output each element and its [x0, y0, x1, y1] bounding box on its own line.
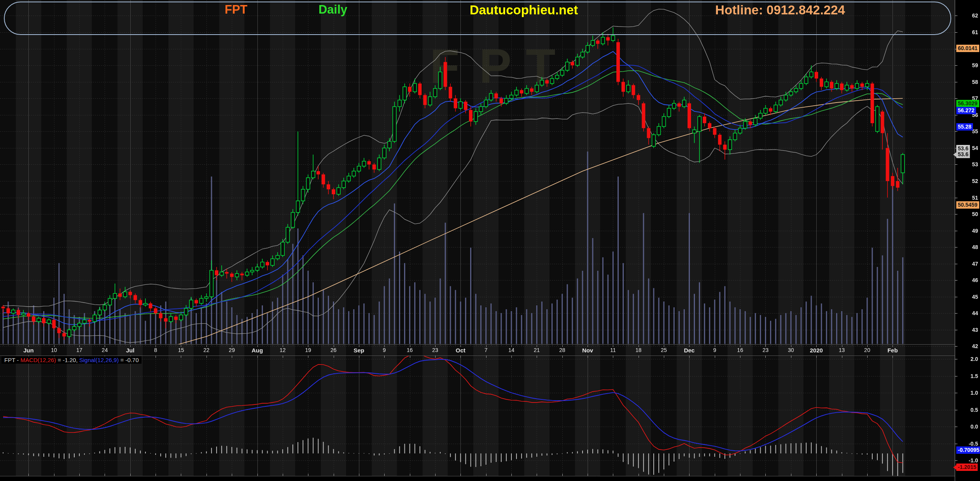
week-label: 18 — [635, 347, 642, 353]
price-tick-label: 48 — [955, 244, 978, 250]
week-label: 12 — [280, 347, 286, 353]
month-label: Jun — [23, 347, 34, 354]
week-label: 25 — [661, 347, 667, 353]
month-label: Jul — [126, 347, 135, 354]
timeframe-label: Daily — [318, 3, 347, 17]
week-label: 16 — [407, 347, 413, 353]
month-label: Nov — [582, 347, 593, 354]
ma-green-badge: 56.3029 — [956, 100, 979, 107]
last-price-badge: 53.6 — [956, 151, 970, 158]
macd-legend-part: FPT - — [4, 357, 20, 363]
trading-chart-screen: FPT Daily Dautucophieu.net Hotline: 0912… — [0, 0, 980, 481]
month-label: Aug — [252, 347, 263, 354]
week-label: 16 — [737, 347, 743, 353]
week-label: 11 — [610, 347, 616, 353]
week-label: 19 — [305, 347, 311, 353]
price-tick-label: 62 — [955, 12, 978, 19]
week-label: 28 — [559, 347, 565, 353]
week-label: 15 — [178, 347, 184, 353]
price-tick-label: 52 — [955, 178, 978, 184]
week-label: 24 — [102, 347, 108, 353]
month-label: Sep — [354, 347, 364, 354]
week-label: 9 — [713, 347, 716, 353]
macd-legend-part: Signal(12,26,9) — [79, 357, 119, 363]
week-label: 30 — [788, 347, 794, 353]
price-tick-label: 49 — [955, 228, 978, 234]
macd-value-badge: -1.2015 — [956, 464, 978, 471]
week-label: 22 — [203, 347, 210, 353]
week-label: 10 — [51, 347, 57, 353]
week-label: 29 — [229, 347, 235, 353]
signal-value-badge: -0.70095 — [956, 446, 980, 454]
week-label: 26 — [331, 347, 337, 353]
ma-blue-fast-badge: 55.28 — [956, 123, 973, 131]
price-tick-label: 46 — [955, 277, 978, 283]
macd-tick-label: 1.5 — [955, 373, 978, 379]
macd-tick-label: 0.0 — [955, 423, 978, 430]
week-label: 14 — [508, 347, 514, 353]
price-tick-label: 59 — [955, 62, 978, 68]
price-tick-label: 58 — [955, 79, 978, 85]
hotline-label: Hotline: 0912.842.224 — [715, 3, 845, 17]
badge-arrow-icon — [953, 465, 956, 470]
macd-legend-part: MACD(12,26) — [20, 357, 56, 363]
price-tick-label: 50 — [955, 211, 978, 217]
week-label: 20 — [864, 347, 870, 353]
macd-tick-label: 2.0 — [955, 356, 978, 362]
week-label: 9 — [383, 347, 386, 353]
month-label: Oct — [456, 347, 466, 354]
bb-lower-badge: 50.5459 — [956, 201, 979, 209]
price-tick-label: 43 — [955, 327, 978, 333]
price-tick-label: 53 — [955, 161, 978, 167]
month-label: 2020 — [810, 347, 823, 354]
macd-tick-label: -1.0 — [955, 457, 978, 464]
week-label: 7 — [485, 347, 488, 353]
week-label: 8 — [154, 347, 157, 353]
symbol-label: FPT — [225, 3, 248, 17]
week-label: 23 — [763, 347, 769, 353]
ma-blue-slow-badge: 56.272 — [956, 107, 976, 114]
month-label: Feb — [887, 347, 898, 354]
chart-canvas[interactable] — [0, 0, 980, 481]
price-tick-label: 61 — [955, 29, 978, 35]
macd-legend: FPT - MACD(12,26) = -1.20, Signal(12,26,… — [2, 356, 142, 364]
bb-upper-badge: 60.0141 — [956, 45, 979, 52]
macd-legend-part: = -0.70 — [119, 357, 138, 363]
week-label: 23 — [432, 347, 438, 353]
week-label: 17 — [76, 347, 82, 353]
price-tick-label: 45 — [955, 294, 978, 300]
month-label: Dec — [684, 347, 695, 354]
price-tick-label: 47 — [955, 261, 978, 267]
macd-legend-part: = -1.20, — [56, 357, 79, 363]
badge-arrow-icon — [953, 152, 956, 157]
macd-tick-label: -0.5 — [955, 441, 978, 447]
week-label: 13 — [839, 347, 845, 353]
price-tick-label: 42 — [955, 343, 978, 349]
macd-tick-label: 1.0 — [955, 390, 978, 396]
price-tick-label: 51 — [955, 195, 978, 201]
site-label: Dautucophieu.net — [470, 3, 578, 17]
price-tick-label: 44 — [955, 310, 978, 316]
week-label: 21 — [534, 347, 540, 353]
macd-tick-label: 0.5 — [955, 407, 978, 413]
